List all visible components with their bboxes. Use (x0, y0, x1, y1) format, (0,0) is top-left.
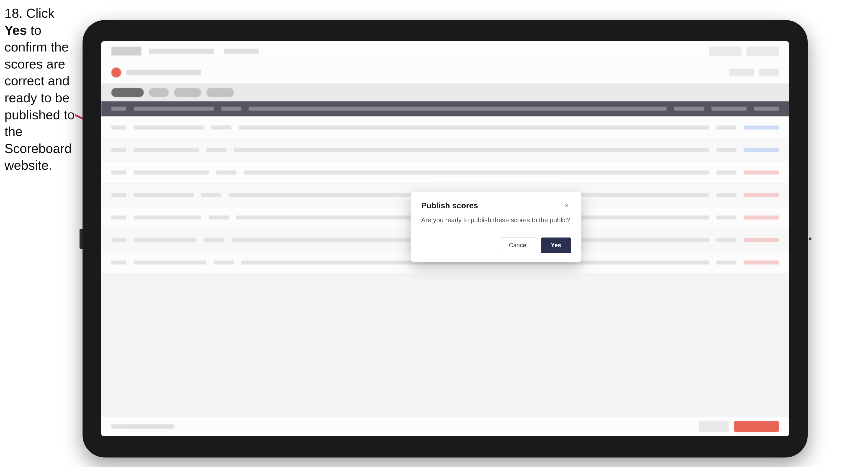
nav-logo (111, 47, 141, 56)
filter-pill-3 (206, 88, 234, 97)
table-row (101, 116, 789, 139)
th-name (134, 107, 214, 111)
dialog-close-button[interactable]: × (562, 201, 571, 210)
instruction-text-suffix: to confirm the scores are correct and re… (4, 23, 74, 173)
th-score (711, 107, 746, 111)
dialog-yes-button[interactable]: Yes (541, 238, 571, 253)
publish-scores-dialog: Publish scores × Are you ready to publis… (411, 192, 581, 262)
nav-bar (101, 41, 789, 61)
table-body (101, 116, 789, 416)
nav-link-1 (149, 49, 214, 54)
dialog-header: Publish scores × (411, 192, 581, 215)
nav-links (149, 49, 702, 54)
instruction-yes-word: Yes (4, 23, 27, 37)
dialog-cancel-button[interactable]: Cancel (500, 238, 537, 253)
sub-header-badge (729, 69, 754, 76)
filter-pill-active (111, 88, 144, 97)
sub-header-icon (111, 67, 121, 77)
tablet-frame: Publish scores × Are you ready to publis… (83, 20, 808, 458)
tablet-dot (809, 238, 811, 240)
tablet-side-button (80, 229, 83, 249)
dialog-footer: Cancel Yes (411, 232, 581, 262)
filter-pill-1 (149, 88, 169, 97)
th-cat (221, 107, 241, 111)
footer-publish-btn (734, 421, 779, 432)
footer-cancel-btn (699, 421, 729, 432)
sub-header-title (126, 70, 201, 75)
th-xcount (674, 107, 704, 111)
dialog-title: Publish scores (421, 201, 478, 210)
dialog-body: Are you ready to publish these scores to… (411, 215, 581, 232)
filter-pill-2 (174, 88, 201, 97)
filter-bar (101, 84, 789, 101)
table-row (101, 139, 789, 161)
table-header (101, 101, 789, 116)
nav-action-2 (746, 47, 779, 56)
th-rank (111, 107, 126, 111)
th-actions (754, 107, 779, 111)
sub-header (101, 61, 789, 84)
th-total (249, 107, 666, 111)
tablet-screen: Publish scores × Are you ready to publis… (101, 41, 789, 436)
dialog-message: Are you ready to publish these scores to… (421, 215, 571, 225)
footer-bar (101, 416, 789, 436)
instruction-number: 18. (4, 6, 23, 21)
nav-action-1 (709, 47, 741, 56)
table-row (101, 161, 789, 184)
nav-actions (709, 47, 779, 56)
instruction-text-prefix: Click (26, 6, 55, 21)
instruction-block: 18. Click Yes to confirm the scores are … (4, 5, 77, 174)
sub-header-badge-2 (759, 69, 779, 76)
footer-text (111, 424, 174, 429)
nav-link-2 (224, 49, 259, 54)
